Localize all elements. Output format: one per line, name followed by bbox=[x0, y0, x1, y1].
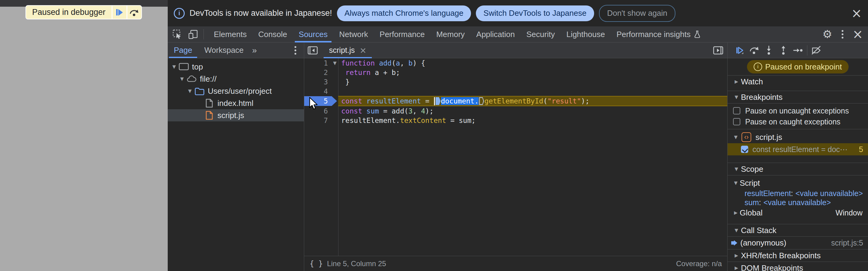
toolbar-divider bbox=[807, 45, 807, 56]
chevron-down-icon: ▼ bbox=[732, 180, 740, 186]
breakpoint-file-group[interactable]: ▼ ‹› script.js bbox=[727, 131, 868, 143]
tab-workspace[interactable]: Workspace bbox=[198, 42, 250, 58]
pretty-print-button[interactable]: { } bbox=[310, 260, 323, 268]
step-button[interactable] bbox=[791, 44, 805, 57]
switch-to-japanese-button[interactable]: Switch DevTools to Japanese bbox=[476, 5, 594, 21]
navigator-menu-button[interactable] bbox=[289, 44, 302, 57]
tab-performance[interactable]: Performance bbox=[374, 26, 431, 42]
debugger-toolbar bbox=[727, 42, 868, 58]
section-call-stack: ▼ Call Stack (anonymous) script.js:5 bbox=[727, 224, 868, 249]
step-over-icon bbox=[749, 45, 760, 56]
experiment-flask-icon bbox=[693, 30, 701, 38]
dont-show-again-button[interactable]: Don't show again bbox=[599, 5, 676, 22]
scope-header[interactable]: ▼ Scope bbox=[727, 163, 868, 175]
toolbar-divider bbox=[204, 29, 204, 39]
inline-breakpoint-marker-active[interactable] bbox=[436, 97, 441, 105]
inline-breakpoint-marker[interactable] bbox=[479, 97, 484, 105]
line-number[interactable]: 1 bbox=[304, 59, 328, 67]
tab-memory[interactable]: Memory bbox=[430, 26, 470, 42]
checkbox-unchecked[interactable] bbox=[733, 118, 740, 125]
settings-button[interactable]: ⚙ bbox=[821, 28, 834, 41]
watch-header[interactable]: ▶ Watch bbox=[727, 76, 868, 88]
section-xhr-breakpoints: ▶ XHR/fetch Breakpoints bbox=[727, 249, 868, 262]
tab-performance-insights[interactable]: Performance insights bbox=[611, 26, 707, 42]
step-into-icon bbox=[763, 45, 774, 56]
section-breakpoints: ▼ Breakpoints Pause on uncaught exceptio… bbox=[727, 91, 868, 155]
code-line-7: 7 resultElement.textContent = sum; bbox=[304, 116, 727, 125]
editor-status-bar: { } Line 5, Column 25 Coverage: n/a bbox=[304, 256, 727, 271]
tab-network[interactable]: Network bbox=[333, 26, 374, 42]
step-over-icon bbox=[129, 8, 139, 17]
close-devtools-button[interactable]: × bbox=[851, 28, 864, 41]
breakpoints-header[interactable]: ▼ Breakpoints bbox=[727, 91, 868, 103]
more-options-button[interactable] bbox=[836, 28, 849, 41]
line-number[interactable]: 2 bbox=[304, 68, 328, 77]
checkbox-checked[interactable] bbox=[741, 146, 748, 153]
kebab-icon bbox=[842, 30, 843, 38]
section-scope: ▼ Scope ▼ Script resultElement:<value un… bbox=[727, 163, 868, 218]
inspect-element-button[interactable] bbox=[171, 28, 184, 41]
more-tabs-button[interactable]: » bbox=[250, 46, 259, 55]
deactivate-breakpoints-button[interactable] bbox=[810, 44, 823, 57]
devtools-main-toolbar: Elements Console Sources Network Perform… bbox=[168, 26, 868, 42]
scope-global-row[interactable]: ▶ Global Window bbox=[727, 207, 868, 218]
text-caret bbox=[434, 97, 435, 105]
code-editor[interactable]: 1 ▼ function add(a, b) { 2 return a + b;… bbox=[304, 58, 727, 256]
call-stack-frame[interactable]: (anonymous) script.js:5 bbox=[727, 237, 868, 249]
resume-icon bbox=[734, 45, 745, 56]
line-number[interactable]: 3 bbox=[304, 78, 328, 86]
step-over-button[interactable] bbox=[748, 44, 761, 57]
tab-application[interactable]: Application bbox=[470, 26, 521, 42]
tab-console[interactable]: Console bbox=[252, 26, 293, 42]
breakpoint-entry[interactable]: const resultElement = doc⋯ 5 bbox=[727, 143, 868, 155]
navigator-tabs: Page Workspace » bbox=[168, 42, 304, 58]
pause-caught-exceptions-row[interactable]: Pause on caught exceptions bbox=[727, 116, 868, 127]
panel-right-toggle-icon bbox=[713, 46, 724, 55]
code-line-6: 6 const sum = add(3, 4); bbox=[304, 106, 727, 116]
always-match-language-button[interactable]: Always match Chrome's language bbox=[337, 5, 471, 21]
tree-item-project-folder[interactable]: ▼ Users/user/project bbox=[168, 85, 304, 97]
tree-item-index-html[interactable]: index.html bbox=[168, 97, 304, 109]
page-resume-button[interactable] bbox=[113, 6, 126, 19]
tab-page[interactable]: Page bbox=[168, 42, 198, 58]
hide-navigator-button[interactable] bbox=[306, 44, 319, 57]
tab-elements[interactable]: Elements bbox=[208, 26, 252, 42]
toggle-device-toolbar-button[interactable] bbox=[187, 28, 200, 41]
chevron-right-icon: ▶ bbox=[732, 210, 740, 215]
call-stack-header[interactable]: ▼ Call Stack bbox=[727, 224, 868, 237]
editor-tab-script-js[interactable]: script.js × bbox=[323, 42, 372, 58]
global-value: Window bbox=[836, 209, 868, 217]
page-step-over-button[interactable] bbox=[127, 6, 141, 19]
paused-on-breakpoint-badge: i Paused on breakpoint bbox=[747, 60, 848, 73]
xhr-breakpoints-header[interactable]: ▶ XHR/fetch Breakpoints bbox=[727, 249, 868, 262]
paused-in-debugger-label: Paused in debugger bbox=[26, 6, 112, 19]
tab-lighthouse[interactable]: Lighthouse bbox=[560, 26, 611, 42]
resume-script-button[interactable] bbox=[733, 44, 746, 57]
show-debugger-sidebar-button[interactable] bbox=[712, 44, 725, 57]
chevron-down-icon: ▼ bbox=[178, 76, 186, 82]
tab-security[interactable]: Security bbox=[521, 26, 561, 42]
divider bbox=[727, 129, 868, 129]
line-number[interactable]: 7 bbox=[304, 117, 328, 124]
tree-item-script-js[interactable]: script.js bbox=[168, 109, 304, 121]
script-file-icon: ‹› bbox=[742, 132, 751, 142]
scope-variable-row[interactable]: sum:<value unavailable> bbox=[727, 198, 868, 207]
scope-script-row[interactable]: ▼ Script bbox=[727, 177, 868, 189]
tree-item-top[interactable]: ▼ top bbox=[168, 61, 304, 73]
fold-arrow-icon[interactable]: ▼ bbox=[332, 60, 338, 66]
checkbox-unchecked[interactable] bbox=[733, 107, 740, 114]
scope-variable-row[interactable]: resultElement:<value unavailable> bbox=[727, 189, 868, 198]
close-tab-icon[interactable]: × bbox=[360, 46, 367, 55]
tree-item-file-origin[interactable]: ▼ file:// bbox=[168, 73, 304, 85]
panel-left-toggle-icon bbox=[307, 46, 318, 55]
step-into-button[interactable] bbox=[762, 44, 775, 57]
chevron-down-icon: ▼ bbox=[732, 134, 740, 140]
infobar-close-button[interactable]: × bbox=[851, 7, 862, 20]
dom-breakpoints-header[interactable]: ▶ DOM Breakpoints bbox=[727, 262, 868, 271]
paused-in-debugger-overlay: Paused in debugger bbox=[26, 5, 142, 20]
line-number[interactable]: 4 bbox=[304, 87, 328, 95]
tab-sources[interactable]: Sources bbox=[293, 26, 333, 42]
file-tree: ▼ top ▼ file:// ▼ bbox=[168, 58, 304, 121]
step-out-button[interactable] bbox=[777, 44, 790, 57]
pause-uncaught-exceptions-row[interactable]: Pause on uncaught exceptions bbox=[727, 105, 868, 116]
